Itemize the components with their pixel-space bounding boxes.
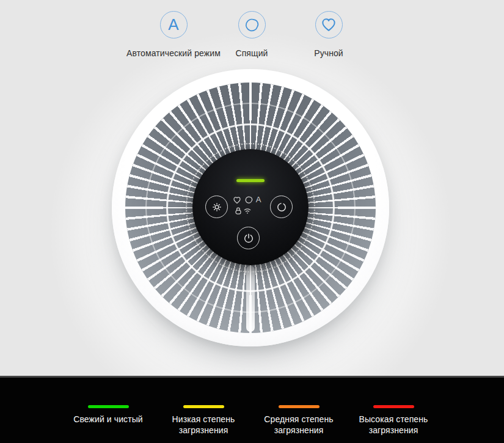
red-indicator-line xyxy=(373,405,414,408)
green-indicator-line xyxy=(88,405,129,408)
air-purifier-screen: A Автоматический режим Спящий xyxy=(0,0,504,443)
legend-label: Свежий и чистый xyxy=(56,414,160,425)
legend-item-medium: Средняя степень загрязнения xyxy=(247,405,351,436)
fan-speed-button xyxy=(270,196,293,218)
brightness-button xyxy=(205,196,228,218)
legend-label: Высокая степень загрязнения xyxy=(341,414,445,436)
legend-label: Низкая степень загрязнения xyxy=(152,414,255,436)
heart-icon xyxy=(318,15,339,35)
letter-a-icon: A xyxy=(168,16,178,32)
panel-moon-icon xyxy=(244,195,254,205)
orange-indicator-line xyxy=(279,405,320,408)
legend-item-low: Низкая степень загрязнения xyxy=(152,405,255,436)
sleep-mode-button[interactable] xyxy=(238,11,266,38)
status-led-bar xyxy=(236,179,265,182)
air-quality-legend: Свежий и чистый Низкая степень загрязнен… xyxy=(0,376,504,443)
yellow-indicator-line xyxy=(183,405,224,408)
product-stage: A Автоматический режим Спящий xyxy=(0,0,504,376)
child-lock-icon xyxy=(233,206,243,216)
auto-mode-button[interactable]: A xyxy=(160,11,188,38)
panel-letter-a-icon: A xyxy=(254,195,263,205)
sun-brightness-icon xyxy=(210,200,224,214)
mode-label-manual: Ручной xyxy=(280,48,378,59)
legend-item-high: Высокая степень загрязнения xyxy=(341,405,445,436)
grille-bottom-strut xyxy=(246,266,255,332)
air-purifier-top-view: A xyxy=(112,69,389,346)
control-panel: A xyxy=(192,149,309,265)
fan-speed-ring-icon xyxy=(275,200,288,214)
moon-icon xyxy=(241,15,262,35)
power-button xyxy=(237,227,260,249)
power-icon xyxy=(242,232,255,245)
wifi-icon xyxy=(243,206,252,216)
legend-item-clean: Свежий и чистый xyxy=(56,405,160,425)
legend-label: Средняя степень загрязнения xyxy=(247,414,351,436)
mode-item-manual: Ручной xyxy=(280,11,378,59)
panel-heart-icon xyxy=(232,195,242,205)
manual-mode-button[interactable] xyxy=(315,11,343,38)
